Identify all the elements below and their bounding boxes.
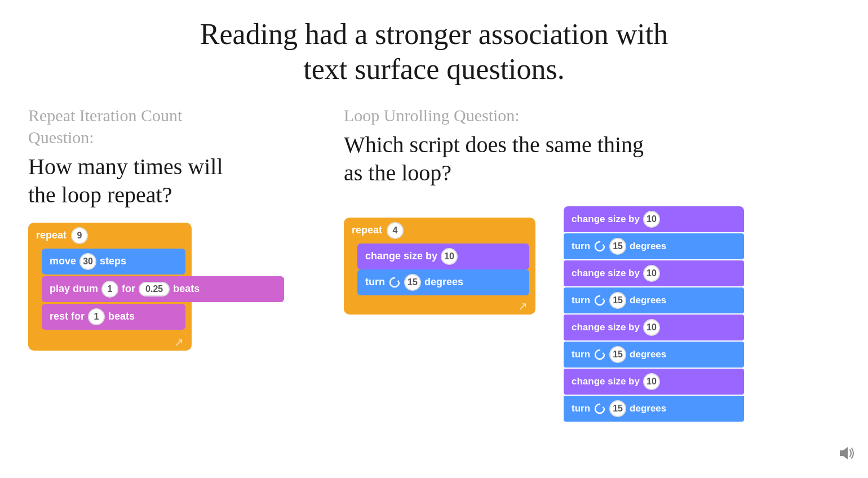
answer-turn-3: turn 15 degrees bbox=[564, 342, 744, 368]
bottom-cap-right: ↗ bbox=[344, 298, 535, 315]
answer-turn-1: turn 15 degrees bbox=[564, 233, 744, 259]
right-column: Loop Unrolling Question: Which script do… bbox=[344, 104, 840, 422]
repeat-block-left: repeat 9 bbox=[28, 223, 192, 249]
right-section-label: Loop Unrolling Question: bbox=[344, 104, 840, 126]
title-line2: text surface questions. bbox=[303, 53, 565, 85]
inner-blocks-left: move 30 steps play drum 1 for 0.25 beats bbox=[28, 249, 192, 334]
left-section-label: Repeat Iteration CountQuestion: bbox=[28, 104, 321, 148]
answer-change-size-1: change size by 10 bbox=[564, 206, 744, 232]
svg-marker-2 bbox=[602, 298, 604, 300]
turn-arrow-2 bbox=[594, 294, 606, 307]
change-size-block-loop: change size by 10 bbox=[357, 244, 535, 269]
turn-arrow-3 bbox=[594, 348, 606, 361]
sound-icon[interactable] bbox=[836, 443, 857, 467]
left-script: repeat 9 move 30 steps play drum 1 bbox=[28, 223, 192, 351]
right-question: Which script does the same thing as the … bbox=[344, 131, 840, 187]
svg-marker-4 bbox=[602, 406, 604, 409]
arrow-icon-left: ↗ bbox=[174, 335, 184, 349]
page-title: Reading had a stronger association with … bbox=[0, 0, 868, 99]
answer-change-size-4: change size by 10 bbox=[564, 369, 744, 395]
move-block: move 30 steps bbox=[42, 249, 192, 275]
svg-marker-5 bbox=[840, 447, 848, 459]
bottom-cap-left: ↗ bbox=[28, 334, 192, 351]
arrow-icon-right: ↗ bbox=[518, 299, 528, 313]
play-drum-block: play drum 1 for 0.25 beats bbox=[42, 276, 192, 302]
answer-change-size-3: change size by 10 bbox=[564, 315, 744, 340]
loop-script: repeat 4 change size by 10 turn bbox=[344, 218, 535, 315]
repeat-block-right: repeat 4 bbox=[344, 218, 535, 244]
answer-stack: change size by 10 turn 15 degrees change… bbox=[564, 206, 744, 422]
svg-marker-0 bbox=[397, 280, 399, 282]
turn-arrow-1 bbox=[594, 240, 606, 253]
rest-for-block: rest for 1 beats bbox=[42, 304, 192, 330]
answer-turn-2: turn 15 degrees bbox=[564, 287, 744, 313]
answer-turn-4: turn 15 degrees bbox=[564, 396, 744, 422]
inner-blocks-right: change size by 10 turn 15 degree bbox=[344, 244, 535, 298]
speaker-svg bbox=[836, 443, 857, 463]
main-content: Repeat Iteration CountQuestion: How many… bbox=[0, 104, 868, 422]
title-line1: Reading had a stronger association with bbox=[200, 18, 668, 50]
answer-change-size-2: change size by 10 bbox=[564, 260, 744, 286]
turn-arrow-icon bbox=[388, 276, 401, 289]
svg-marker-3 bbox=[602, 352, 604, 355]
left-question: How many times will the loop repeat? bbox=[28, 153, 321, 209]
left-column: Repeat Iteration CountQuestion: How many… bbox=[28, 104, 321, 422]
turn-block-loop: turn 15 degrees bbox=[357, 269, 535, 295]
svg-marker-1 bbox=[602, 244, 604, 246]
turn-arrow-4 bbox=[594, 402, 606, 415]
